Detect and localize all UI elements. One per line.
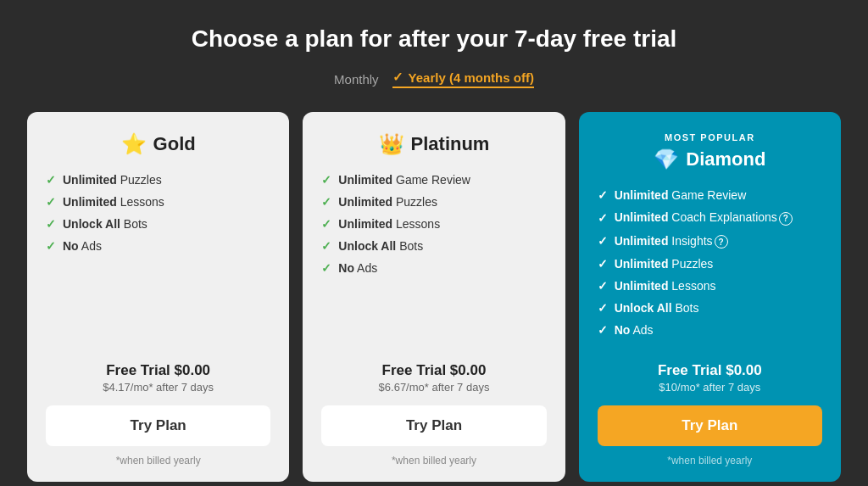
billing-note-gold: *when billed yearly <box>46 455 270 466</box>
feature-bold: Unlock All <box>63 217 120 231</box>
feature-text: Unlimited Game Review <box>615 188 747 202</box>
feature-check: ✓ <box>598 279 608 293</box>
feature-bold: Unlimited <box>338 217 392 231</box>
feature-bold: Unlimited <box>63 195 117 209</box>
plan-name-gold: ⭐ Gold <box>46 132 270 156</box>
feature-check: ✓ <box>598 188 608 202</box>
feature-check: ✓ <box>598 323 608 337</box>
feature-check: ✓ <box>598 211 608 225</box>
page-title: Choose a plan for after your 7-day free … <box>192 25 677 53</box>
feature-text: Unlimited Puzzles <box>63 173 162 187</box>
feature-text: Unlock All Bots <box>63 217 147 231</box>
feature-bold: Unlimited <box>615 279 669 293</box>
free-trial-label: Free Trial $0.00 <box>321 362 546 379</box>
feature-check: ✓ <box>321 239 331 253</box>
feature-bold: No <box>63 239 79 253</box>
feature-check: ✓ <box>598 257 608 271</box>
feature-bold: Unlock All <box>338 239 396 253</box>
plan-icon-gold: ⭐ <box>121 132 147 156</box>
plan-name-platinum: 👑 Platinum <box>321 132 546 156</box>
feature-text: Unlimited Insights? <box>615 234 728 249</box>
feature-text: No Ads <box>338 261 377 275</box>
free-trial-label: Free Trial $0.00 <box>46 362 270 379</box>
monthly-option[interactable]: Monthly <box>334 72 379 87</box>
feature-text: Unlimited Game Review <box>338 173 470 187</box>
feature-item: ✓ Unlimited Coach Explanations? <box>598 210 822 226</box>
feature-check: ✓ <box>321 173 331 187</box>
feature-item: ✓ Unlimited Lessons <box>321 217 546 231</box>
yearly-check-icon: ✓ <box>392 70 403 85</box>
feature-bold: Unlimited <box>63 173 117 187</box>
plan-title-platinum: Platinum <box>411 133 490 155</box>
most-popular-badge: MOST POPULAR <box>598 132 822 142</box>
feature-item: ✓ No Ads <box>598 323 822 337</box>
feature-bold: Unlimited <box>338 173 392 187</box>
billing-toggle: Monthly ✓ Yearly (4 months off) <box>334 70 534 88</box>
feature-item: ✓ Unlock All Bots <box>321 239 546 253</box>
feature-text: Unlimited Lessons <box>63 195 164 209</box>
feature-item: ✓ Unlock All Bots <box>46 217 270 231</box>
feature-text: Unlimited Coach Explanations? <box>615 210 793 226</box>
plan-icon-platinum: 👑 <box>379 132 404 156</box>
feature-bold: Unlimited <box>615 188 669 202</box>
plan-title-gold: Gold <box>153 133 196 155</box>
plan-header-gold: ⭐ Gold <box>46 132 270 156</box>
feature-text: No Ads <box>63 239 102 253</box>
pricing-section-gold: Free Trial $0.00 $4.17/mo* after 7 days <box>46 362 270 394</box>
feature-bold: No <box>615 323 631 337</box>
features-list: ✓ Unlimited Game Review ✓ Unlimited Puzz… <box>321 173 546 300</box>
after-price: $10/mo* after 7 days <box>598 381 822 394</box>
feature-bold: Unlimited <box>615 234 669 248</box>
billing-note-platinum: *when billed yearly <box>321 455 546 466</box>
feature-bold: Unlimited <box>615 257 669 271</box>
feature-check: ✓ <box>321 195 331 209</box>
plan-card-platinum: 👑 Platinum ✓ Unlimited Game Review ✓ Unl… <box>303 112 565 482</box>
plans-container: ⭐ Gold ✓ Unlimited Puzzles ✓ Unlimited L… <box>27 112 841 482</box>
free-trial-label: Free Trial $0.00 <box>598 362 822 379</box>
feature-check: ✓ <box>46 195 56 209</box>
feature-text: Unlock All Bots <box>615 301 699 315</box>
features-list: ✓ Unlimited Puzzles ✓ Unlimited Lessons … <box>46 173 270 278</box>
plan-header-platinum: 👑 Platinum <box>321 132 546 156</box>
feature-check: ✓ <box>598 234 608 248</box>
feature-text: Unlimited Puzzles <box>338 195 437 209</box>
feature-item: ✓ Unlock All Bots <box>598 301 822 315</box>
feature-check: ✓ <box>321 217 331 231</box>
feature-text: Unlock All Bots <box>338 239 423 253</box>
plan-title-diamond: Diamond <box>686 148 765 170</box>
pricing-section-diamond: Free Trial $0.00 $10/mo* after 7 days <box>598 362 822 394</box>
feature-bold: Unlimited <box>338 195 392 209</box>
plan-card-gold: ⭐ Gold ✓ Unlimited Puzzles ✓ Unlimited L… <box>27 112 289 482</box>
feature-text: Unlimited Lessons <box>615 279 716 293</box>
info-icon[interactable]: ? <box>715 235 728 249</box>
feature-check: ✓ <box>46 173 56 187</box>
plan-header-diamond: MOST POPULAR 💎 Diamond <box>598 132 822 171</box>
plan-name-diamond: 💎 Diamond <box>598 148 822 171</box>
feature-bold: Unlimited <box>615 210 669 224</box>
feature-text: Unlimited Lessons <box>338 217 440 231</box>
info-icon[interactable]: ? <box>779 212 793 226</box>
feature-text: No Ads <box>615 323 654 337</box>
features-list: ✓ Unlimited Game Review ✓ Unlimited Coac… <box>598 188 822 362</box>
try-plan-button-platinum[interactable]: Try Plan <box>321 405 546 446</box>
feature-bold: Unlock All <box>615 301 672 315</box>
after-price: $6.67/mo* after 7 days <box>321 381 546 394</box>
feature-check: ✓ <box>46 217 56 231</box>
plan-card-diamond: MOST POPULAR 💎 Diamond ✓ Unlimited Game … <box>579 112 841 482</box>
feature-item: ✓ Unlimited Puzzles <box>321 195 546 209</box>
feature-item: ✓ Unlimited Lessons <box>598 279 822 293</box>
feature-bold: No <box>338 261 354 275</box>
feature-check: ✓ <box>598 301 608 315</box>
try-plan-button-gold[interactable]: Try Plan <box>46 405 270 446</box>
feature-item: ✓ Unlimited Insights? <box>598 234 822 249</box>
feature-item: ✓ Unlimited Game Review <box>321 173 546 187</box>
yearly-label: Yearly (4 months off) <box>409 70 534 85</box>
feature-check: ✓ <box>46 239 56 253</box>
yearly-option[interactable]: ✓ Yearly (4 months off) <box>392 70 534 88</box>
try-plan-button-diamond[interactable]: Try Plan <box>598 405 822 446</box>
after-price: $4.17/mo* after 7 days <box>46 381 270 394</box>
billing-note-diamond: *when billed yearly <box>598 455 822 466</box>
pricing-section-platinum: Free Trial $0.00 $6.67/mo* after 7 days <box>321 362 546 394</box>
feature-item: ✓ Unlimited Puzzles <box>598 257 822 271</box>
feature-text: Unlimited Puzzles <box>615 257 714 271</box>
